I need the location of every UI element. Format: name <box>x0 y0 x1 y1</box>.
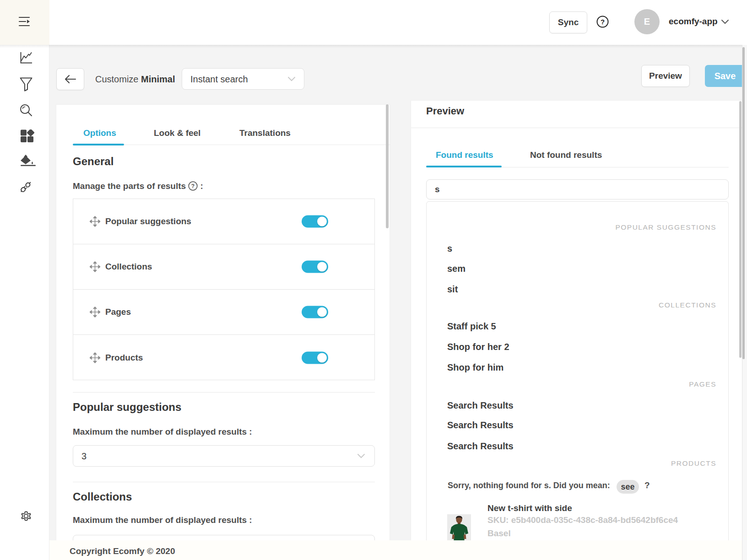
svg-text:?: ? <box>191 183 195 189</box>
svg-text:?: ? <box>601 18 605 26</box>
